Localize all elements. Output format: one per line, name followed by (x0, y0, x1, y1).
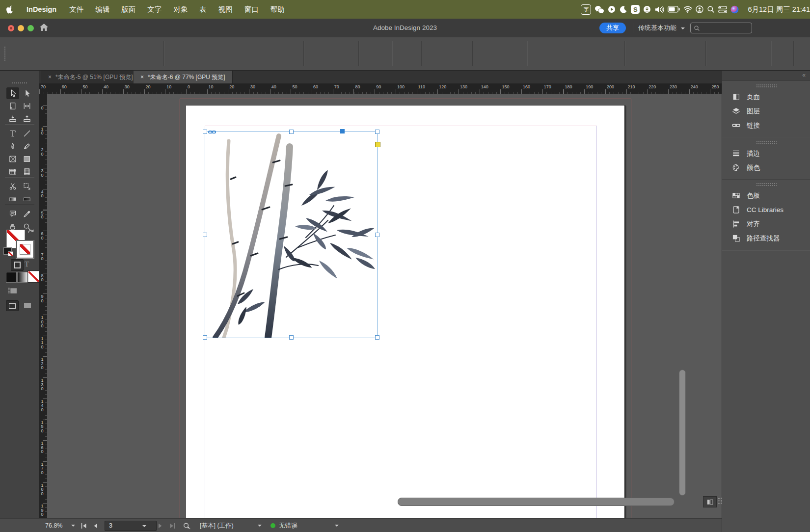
share-button[interactable]: 共享 (599, 23, 626, 33)
close-tab-icon[interactable]: × (140, 74, 144, 80)
gradient-feather-tool[interactable] (21, 193, 33, 205)
default-fill-stroke-icon[interactable] (3, 247, 12, 255)
battery-icon[interactable] (668, 4, 680, 14)
formatting-affects-text-button[interactable]: T (25, 260, 29, 268)
apply-gradient-button[interactable] (17, 272, 28, 283)
menubar-menu-7[interactable]: 窗口 (239, 0, 265, 19)
panel-button-swatches[interactable]: 色板 (722, 188, 810, 203)
line-tool[interactable] (21, 128, 33, 139)
direct-selection-tool[interactable] (21, 87, 33, 99)
formatting-affects-container-button[interactable] (11, 259, 24, 271)
menubar-menu-4[interactable]: 对象 (167, 0, 193, 19)
rectangle-tool[interactable] (21, 153, 33, 165)
stroke-swatch-none[interactable] (16, 240, 34, 259)
note-tool[interactable] (6, 208, 19, 220)
search-icon[interactable] (707, 4, 715, 14)
minimize-window-button[interactable] (18, 25, 24, 31)
document-tab-2[interactable]: ×*未命名-6 @ 77% [GPU 预览] (134, 71, 233, 83)
panel-group-drag-handle[interactable] (756, 84, 777, 87)
type-tool[interactable] (6, 128, 19, 139)
menubar-menu-2[interactable]: 版面 (115, 0, 141, 19)
handle-bottom-left[interactable] (203, 335, 207, 340)
horizontal-scrollbar[interactable] (398, 498, 675, 506)
siri-icon[interactable] (730, 4, 739, 14)
preflight-icon[interactable] (183, 519, 190, 532)
download-icon[interactable] (643, 4, 651, 14)
preflight-profile[interactable]: [基本] (工作) (200, 519, 234, 532)
selected-image-frame[interactable] (205, 132, 378, 338)
close-window-button[interactable] (8, 25, 14, 31)
pasteboard[interactable] (47, 94, 722, 518)
linked-content-badge-icon[interactable] (208, 129, 216, 135)
panel-button-color[interactable]: 颜色 (722, 160, 810, 175)
previous-page-button[interactable] (93, 519, 98, 532)
panel-button-stroke[interactable]: 描边 (722, 146, 810, 160)
page-number-field[interactable]: 3 (105, 521, 157, 531)
handle-top-right[interactable] (375, 130, 379, 134)
content-collector-tool[interactable] (6, 113, 19, 125)
apple-logo-icon[interactable] (0, 4, 20, 14)
gradient-swatch-tool[interactable] (6, 193, 19, 205)
menu-clock[interactable]: 6月12日 周三 21:41 (748, 5, 810, 14)
normal-screen-mode-button[interactable] (6, 300, 19, 311)
eyedropper-tool[interactable] (21, 208, 33, 220)
menubar-menu-6[interactable]: 视图 (213, 0, 239, 19)
zoom-level[interactable]: 76.8% (45, 519, 62, 532)
panel-group-drag-handle[interactable] (756, 183, 777, 186)
page-tool[interactable] (6, 100, 19, 112)
handle-bottom-right[interactable] (375, 335, 379, 340)
next-page-button[interactable] (158, 519, 162, 532)
last-page-button[interactable] (169, 519, 175, 532)
panel-button-pathfinder[interactable]: 路径查找器 (722, 231, 810, 245)
panel-button-align[interactable]: 对齐 (722, 217, 810, 231)
frame-tool[interactable] (6, 153, 19, 165)
selection-tool[interactable] (6, 87, 19, 99)
first-page-button[interactable] (81, 519, 87, 532)
handle-top-left[interactable] (203, 130, 207, 134)
play-circle-icon[interactable] (608, 4, 616, 14)
live-corner-widget[interactable] (375, 142, 380, 147)
handle-middle-left[interactable] (203, 233, 207, 237)
frame-grid-options-icon[interactable] (8, 287, 17, 294)
preview-screen-mode-button[interactable] (22, 300, 33, 310)
swap-fill-stroke-icon[interactable] (27, 229, 35, 236)
horizontal-grid-tool[interactable] (6, 166, 19, 178)
resize-grip[interactable] (718, 497, 722, 505)
home-icon[interactable] (39, 23, 49, 31)
input-method-icon[interactable]: 字 (581, 4, 591, 14)
user-icon[interactable] (696, 4, 703, 14)
document-tab-1[interactable]: ×*未命名-5 @ 51% [GPU 预览] (41, 71, 140, 83)
handle-active[interactable] (340, 129, 345, 133)
menubar-menu-5[interactable]: 表 (193, 0, 213, 19)
free-transform-tool[interactable] (21, 181, 33, 192)
control-panel-drag-handle[interactable] (4, 46, 6, 61)
handle-middle-right[interactable] (375, 233, 379, 237)
error-status[interactable]: 无错误 (279, 519, 297, 532)
panel-button-pages[interactable]: 页面 (722, 90, 810, 104)
panel-group-drag-handle[interactable] (756, 140, 777, 144)
zoom-chevron-icon[interactable] (71, 525, 75, 529)
menubar-menu-3[interactable]: 文字 (141, 0, 167, 19)
menubar-menu-8[interactable]: 帮助 (265, 0, 291, 19)
panel-button-layers[interactable]: 图层 (722, 104, 810, 118)
pen-tool[interactable] (6, 140, 19, 152)
vertical-scrollbar[interactable] (679, 370, 686, 496)
handle-top-center[interactable] (289, 130, 294, 134)
menubar-menu-0[interactable]: 文件 (63, 0, 89, 19)
search-input[interactable] (690, 23, 752, 33)
content-placer-tool[interactable] (21, 113, 33, 125)
tools-drag-handle[interactable] (12, 82, 27, 84)
moon-icon[interactable] (619, 4, 627, 14)
control-center-icon[interactable] (718, 4, 727, 14)
error-chevron-icon[interactable] (335, 525, 339, 529)
panel-button-cclib[interactable]: CC Libraries (722, 203, 810, 217)
vertical-ruler[interactable]: 0102030405060708090100110120130140150160… (39, 94, 48, 518)
s-app-icon[interactable]: S (631, 4, 640, 14)
menu-app-name[interactable]: InDesign (20, 0, 63, 19)
volume-icon[interactable] (654, 4, 664, 14)
pencil-tool[interactable] (21, 140, 33, 152)
gap-tool[interactable] (21, 100, 33, 112)
apply-color-button[interactable] (6, 272, 17, 283)
apply-none-button[interactable] (28, 271, 39, 282)
wifi-icon[interactable] (683, 4, 692, 14)
